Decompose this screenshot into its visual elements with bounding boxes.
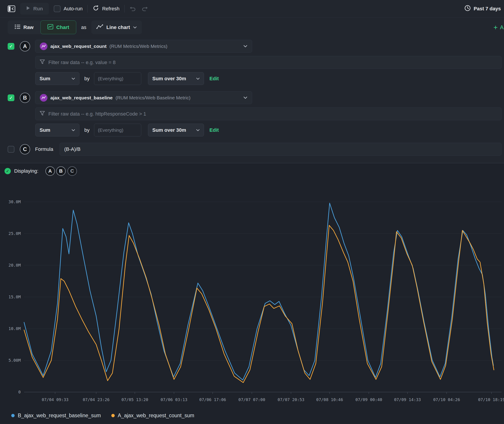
query-b-rollup-select[interactable]: Sum over 30m [148, 124, 204, 137]
y-tick-label: 30.0M [9, 200, 21, 204]
x-tick-label: 07/09 14:33 [394, 397, 421, 402]
query-a-filter-input[interactable] [48, 60, 497, 65]
divider [88, 5, 88, 12]
chart-legend: B_ajax_web_request_baseline_sum A_ajax_w… [0, 412, 504, 419]
sidebar-toggle-icon[interactable] [8, 5, 15, 12]
query-block-a: A ajax_web_request_count (RUM Metrics/We… [8, 40, 504, 85]
chevron-down-icon [71, 78, 75, 80]
view-bar: Raw Chart as Line chart + A [0, 20, 504, 34]
tab-raw[interactable]: Raw [8, 20, 40, 34]
metric-name: ajax_web_request_count [50, 44, 107, 49]
chevron-down-icon [243, 96, 247, 99]
tab-chart[interactable]: Chart [40, 20, 76, 34]
series-line-0[interactable] [24, 203, 493, 380]
x-tick-label: 07/08 10:46 [316, 397, 343, 402]
chevron-down-icon [71, 129, 75, 131]
series-color-dot [111, 414, 115, 417]
redo-icon[interactable] [141, 6, 148, 12]
rollup-label: Sum over 30m [152, 76, 186, 82]
filter-funnel-icon [40, 111, 45, 117]
query-a-checkbox[interactable] [8, 43, 14, 50]
add-query-label: A [500, 24, 504, 31]
y-tick-label: 25.0M [9, 231, 21, 236]
chart-icon [47, 24, 53, 31]
legend-item-baseline[interactable]: B_ajax_web_request_baseline_sum [11, 412, 101, 419]
y-tick-label: 20.0M [9, 263, 21, 268]
metric-source: (RUM Metrics/Web Baseline Metric) [116, 95, 190, 100]
query-b-badge: B [20, 93, 30, 103]
time-range-label: Past 7 days [474, 6, 501, 12]
play-icon [26, 6, 30, 12]
aggregation-label: Sum [40, 127, 50, 133]
chevron-down-icon [133, 26, 137, 29]
legend-label: B_ajax_web_request_baseline_sum [18, 412, 101, 419]
query-b-edit-link[interactable]: Edit [209, 127, 219, 133]
chart-panel: Displaying: A B C 05.00M10.0M15.0M20.0M2… [0, 163, 504, 424]
query-b-groupby-input[interactable] [94, 124, 141, 137]
chart-type-label: Line chart [106, 25, 130, 30]
query-a-groupby-input[interactable] [94, 72, 141, 85]
chevron-down-icon [243, 45, 247, 47]
x-tick-label: 07/04 09:33 [42, 397, 68, 402]
query-block-b: B ajax_web_request_baseline (RUM Metrics… [8, 91, 504, 137]
add-query-button[interactable]: + A [493, 24, 504, 31]
metric-icon [40, 94, 47, 102]
displaying-row: Displaying: A B C [0, 166, 504, 176]
displaying-badge-c[interactable]: C [68, 166, 77, 176]
formula-input[interactable] [60, 143, 502, 156]
autorun-checkbox[interactable] [54, 5, 61, 12]
y-tick-label: 0 [18, 390, 21, 394]
run-button[interactable]: Run [20, 3, 49, 15]
chevron-down-icon [196, 129, 200, 131]
query-b-filter-input[interactable] [48, 111, 497, 117]
x-tick-label: 07/09 00:40 [355, 397, 382, 402]
top-toolbar: Run Auto-run Refresh [0, 0, 504, 18]
list-icon [15, 24, 20, 31]
formula-label: Formula [35, 146, 53, 152]
series-color-dot [11, 414, 15, 417]
formula-c-checkbox[interactable] [8, 146, 14, 153]
chevron-down-icon [196, 78, 200, 80]
metric-icon [40, 43, 47, 50]
series-line-1[interactable] [24, 225, 494, 382]
displaying-badge-a[interactable]: A [45, 166, 55, 176]
refresh-button[interactable]: Refresh [93, 5, 120, 12]
line-chart[interactable]: 05.00M10.0M15.0M20.0M25.0M30.0M07/04 09:… [0, 177, 504, 407]
displaying-label: Displaying: [14, 168, 38, 174]
filter-funnel-icon [40, 59, 45, 66]
query-b-filter-field [35, 107, 502, 120]
legend-item-count[interactable]: A_ajax_web_request_count_sum [111, 412, 194, 419]
legend-label: A_ajax_web_request_count_sum [118, 412, 194, 419]
query-a-metric-select[interactable]: ajax_web_request_count (RUM Metrics/Web … [35, 40, 252, 53]
as-label: as [81, 25, 86, 30]
undo-icon[interactable] [130, 6, 136, 12]
query-a-badge: A [20, 41, 30, 51]
refresh-label: Refresh [102, 6, 120, 12]
aggregation-label: Sum [40, 76, 50, 82]
view-mode-segmented-control: Raw Chart [8, 20, 76, 34]
plus-icon: + [493, 24, 498, 31]
run-label: Run [33, 6, 43, 12]
x-tick-label: 07/07 20:53 [277, 397, 304, 402]
query-a-rollup-select[interactable]: Sum over 30m [148, 72, 204, 85]
autorun-toggle: Auto-run [54, 5, 82, 12]
formula-c-badge: C [20, 144, 30, 155]
query-a-aggregation-select[interactable]: Sum [35, 72, 79, 85]
chart-type-select[interactable]: Line chart [91, 20, 142, 34]
tab-raw-label: Raw [23, 25, 33, 30]
rollup-label: Sum over 30m [152, 127, 186, 133]
displaying-check-icon[interactable] [5, 168, 11, 174]
time-range-selector[interactable]: Past 7 days [464, 5, 502, 12]
query-a-filter-field [35, 56, 502, 69]
y-tick-label: 10.0M [9, 326, 21, 331]
x-tick-label: 07/06 17:06 [199, 397, 226, 402]
query-b-aggregation-select[interactable]: Sum [35, 124, 79, 137]
x-tick-label: 07/07 07:00 [238, 397, 265, 402]
displaying-badge-b[interactable]: B [56, 166, 66, 176]
query-builder: A ajax_web_request_count (RUM Metrics/We… [0, 34, 504, 156]
query-a-edit-link[interactable]: Edit [209, 76, 219, 82]
clock-icon [464, 5, 471, 12]
query-b-metric-select[interactable]: ajax_web_request_baseline (RUM Metrics/W… [35, 91, 252, 104]
query-b-checkbox[interactable] [8, 94, 14, 101]
metric-name: ajax_web_request_baseline [50, 95, 113, 100]
